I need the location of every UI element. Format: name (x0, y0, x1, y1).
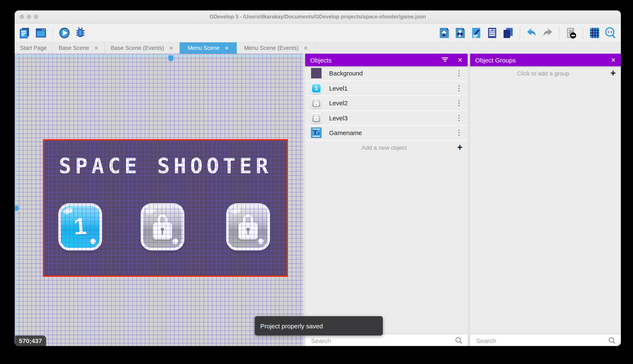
level1-object-icon: 1 (311, 83, 322, 94)
layers-icon[interactable] (502, 27, 514, 39)
toolbar-left-group (19, 26, 87, 39)
objects-editor-icon[interactable] (438, 27, 450, 39)
object-row-gamename[interactable]: Tx Gamename ⋮ (305, 126, 468, 141)
object-menu-icon[interactable]: ⋮ (455, 100, 463, 107)
object-groups-panel-header: Object Groups ✕ (470, 54, 621, 66)
instances-list-icon[interactable] (486, 27, 498, 39)
toolbar-separator (53, 26, 53, 39)
vertical-scroll-track[interactable] (15, 54, 16, 346)
level3-button-sprite[interactable] (226, 204, 270, 250)
objects-panel: Objects ✕ Background ⋮ 1 Level1 ⋮ Level2 (305, 54, 468, 346)
object-row-level2[interactable]: Level2 ⋮ (305, 96, 468, 111)
tab-menu-scene[interactable]: Menu Scene✕ (180, 42, 237, 54)
add-group-row[interactable]: Click to add a group + (470, 66, 621, 80)
toolbar-separator (559, 26, 559, 39)
zoom-1to1-icon[interactable]: 1:1 (604, 27, 617, 39)
scene-canvas[interactable]: SPACE SHOOTER 1 (15, 54, 303, 346)
editor-content: SPACE SHOOTER 1 (15, 54, 621, 346)
cursor-coordinates: 570;437 (15, 336, 46, 346)
tab-menu-scene-events[interactable]: Menu Scene (Events)✕ (237, 42, 316, 54)
lock-icon (238, 214, 258, 240)
close-panel-icon[interactable]: ✕ (611, 56, 616, 63)
tab-base-scene-events[interactable]: Base Scene (Events)✕ (105, 42, 180, 54)
close-tab-icon[interactable]: ✕ (169, 45, 173, 51)
level2-object-icon (311, 98, 322, 108)
svg-text:1:1: 1:1 (607, 30, 612, 34)
groups-search-input[interactable] (475, 336, 608, 344)
properties-icon[interactable] (470, 27, 482, 39)
object-groups-panel-title: Object Groups (475, 56, 611, 64)
vertical-scroll-thumb[interactable] (15, 206, 19, 211)
add-object-row[interactable]: Add a new object + (305, 141, 468, 155)
save-toast: Project properly saved (255, 316, 383, 336)
object-row-background[interactable]: Background ⋮ (305, 66, 468, 81)
objects-search-bar (305, 334, 468, 346)
toolbar-right-group: 1:1 (438, 26, 617, 39)
project-manager-icon[interactable] (19, 27, 31, 39)
toolbar-separator (583, 26, 583, 39)
desktop: GDevelop 5 - /Users/dkarakay/Documents/G… (0, 0, 633, 364)
close-tab-icon[interactable]: ✕ (304, 45, 308, 51)
objects-panel-header: Objects ✕ (305, 54, 468, 66)
star-decorations (44, 140, 45, 141)
level1-button-sprite[interactable]: 1 (58, 204, 102, 250)
object-row-level1[interactable]: 1 Level1 ⋮ (305, 81, 468, 96)
close-panel-icon[interactable]: ✕ (458, 56, 463, 63)
level1-number: 1 (60, 211, 101, 241)
grid-icon[interactable] (588, 27, 601, 39)
object-menu-icon[interactable]: ⋮ (455, 114, 463, 122)
object-row-level3[interactable]: Level3 ⋮ (305, 111, 468, 126)
level3-object-icon (311, 113, 322, 123)
objects-panel-title: Objects (310, 56, 442, 64)
redo-icon[interactable] (541, 27, 554, 39)
toolbar-separator (520, 26, 520, 39)
close-tab-icon[interactable]: ✕ (225, 45, 229, 51)
gdevelop-window: GDevelop 5 - /Users/dkarakay/Documents/G… (15, 10, 621, 346)
text-object-icon: Tx (311, 128, 322, 138)
object-menu-icon[interactable]: ⋮ (455, 129, 463, 136)
window-mask-icon[interactable] (565, 27, 577, 39)
groups-panel-empty-area (470, 80, 621, 334)
add-group-icon[interactable]: + (610, 69, 616, 78)
object-menu-icon[interactable]: ⋮ (455, 85, 463, 92)
add-object-icon[interactable]: + (457, 143, 463, 152)
lock-icon (153, 214, 172, 240)
game-scene-preview[interactable]: SPACE SHOOTER 1 (44, 140, 287, 276)
toast-message: Project properly saved (260, 322, 323, 330)
horizontal-scroll-track[interactable] (15, 55, 303, 56)
tab-bar: Start Page Base Scene✕ Base Scene (Event… (15, 42, 621, 54)
horizontal-scroll-marker[interactable] (168, 55, 173, 61)
objects-panel-empty-area (305, 155, 468, 334)
main-toolbar: 1:1 (15, 24, 621, 42)
window-title: GDevelop 5 - /Users/dkarakay/Documents/G… (15, 14, 621, 20)
play-icon[interactable] (58, 27, 71, 39)
filter-icon[interactable] (442, 58, 449, 62)
object-groups-panel: Object Groups ✕ Click to add a group + (470, 54, 621, 346)
level2-button-sprite[interactable] (141, 204, 184, 250)
scene-game-title: SPACE SHOOTER (44, 154, 287, 178)
debug-icon[interactable] (74, 27, 87, 39)
object-menu-icon[interactable]: ⋮ (455, 70, 463, 77)
start-page-icon[interactable] (35, 27, 47, 39)
background-object-icon (311, 68, 322, 79)
search-icon (455, 337, 463, 344)
undo-icon[interactable] (526, 27, 538, 39)
tab-start-page[interactable]: Start Page (15, 42, 53, 54)
close-tab-icon[interactable]: ✕ (94, 45, 98, 51)
objects-search-input[interactable] (310, 336, 455, 344)
object-groups-icon[interactable] (454, 27, 466, 39)
titlebar: GDevelop 5 - /Users/dkarakay/Documents/G… (15, 10, 621, 24)
tab-base-scene[interactable]: Base Scene✕ (53, 42, 105, 54)
groups-search-bar (470, 334, 621, 346)
search-icon (608, 337, 616, 344)
